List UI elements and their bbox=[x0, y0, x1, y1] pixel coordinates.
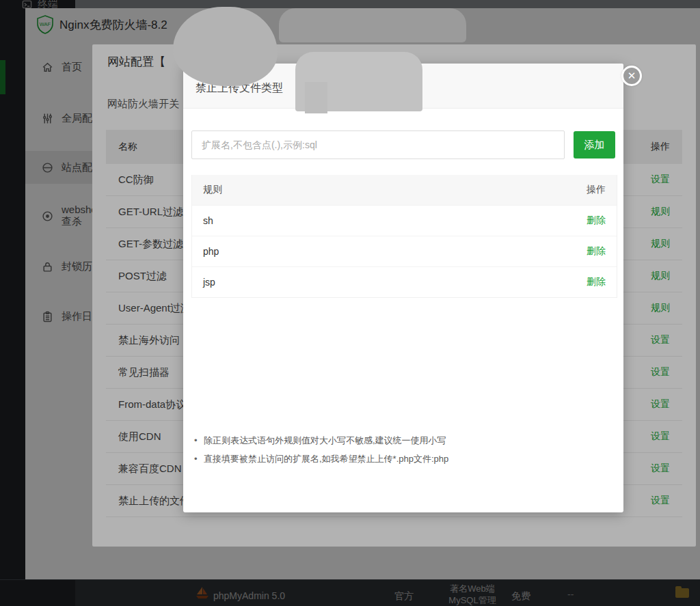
close-icon[interactable]: ✕ bbox=[621, 66, 642, 86]
rule-value: jsp bbox=[203, 277, 215, 288]
screen: 终端 phpMyAdmin 5.0 官方 著名Web端 MySQL管理 免费 -… bbox=[0, 0, 700, 606]
rule-row: jsp删除 bbox=[192, 266, 617, 297]
note-item: 直接填要被禁止访问的扩展名,如我希望禁止上传*.php文件:php bbox=[193, 450, 448, 468]
delete-link[interactable]: 删除 bbox=[587, 245, 606, 258]
redaction-blob bbox=[279, 8, 466, 42]
rule-value: php bbox=[203, 246, 219, 257]
rules-table: 规则 操作 sh删除 php删除 jsp删除 bbox=[191, 175, 617, 298]
notes-list: 除正则表达式语句外规则值对大小写不敏感,建议统一使用小写 直接填要被禁止访问的扩… bbox=[193, 431, 448, 468]
delete-link[interactable]: 删除 bbox=[587, 215, 606, 227]
extension-input[interactable] bbox=[191, 130, 565, 159]
redaction-blob bbox=[305, 82, 327, 113]
redaction-blob bbox=[173, 7, 278, 86]
rules-table-header: 规则 操作 bbox=[192, 175, 617, 205]
note-item: 除正则表达式语句外规则值对大小写不敏感,建议统一使用小写 bbox=[193, 431, 448, 450]
rule-row: sh删除 bbox=[192, 205, 617, 236]
upload-filetype-modal: 禁止上传文件类型 ✕ 添加 规则 操作 sh删除 php删除 jsp删除 除正则… bbox=[183, 64, 623, 512]
delete-link[interactable]: 删除 bbox=[587, 276, 606, 288]
rule-value: sh bbox=[203, 215, 213, 226]
rule-row: php删除 bbox=[192, 236, 617, 266]
add-button[interactable]: 添加 bbox=[574, 131, 615, 159]
